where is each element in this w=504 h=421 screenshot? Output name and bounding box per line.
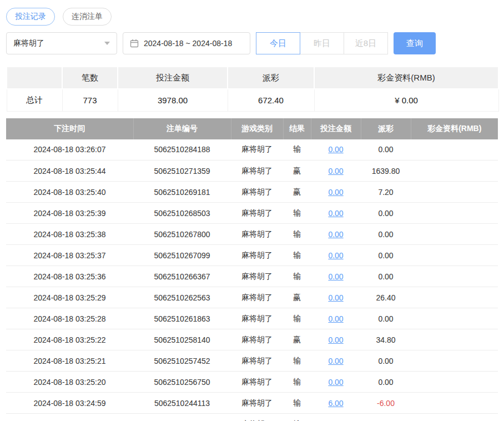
payout-cell: 0.00 <box>361 224 411 245</box>
bet-time-cell: 2024-08-18 03:25:21 <box>6 350 133 372</box>
table-row: 2024-08-18 03:25:40 5062510269181 麻将胡了 赢… <box>6 182 498 203</box>
game-select[interactable]: 麻将胡了 <box>6 32 117 54</box>
payout-cell: -6.00 <box>361 414 411 421</box>
bonus-cell <box>411 224 498 245</box>
header-game-type: 游戏类别 <box>231 118 283 139</box>
header-result: 结果 <box>283 118 311 139</box>
header-bet-amount: 投注金额 <box>311 118 361 139</box>
bet-amount-cell: 0.00 <box>311 287 361 308</box>
order-id-cell: 5062510262563 <box>133 287 231 308</box>
summary-header-payout: 派彩 <box>228 67 314 89</box>
bet-amount-cell: 6.00 <box>311 393 361 414</box>
order-id-cell: 5062510267800 <box>133 224 231 245</box>
top-tabs: 投注记录 连消注单 <box>0 0 504 26</box>
table-row: 2024-08-18 03:25:20 5062510256750 麻将胡了 输… <box>6 372 498 393</box>
order-id-cell: 5062510258140 <box>133 329 231 350</box>
game-type-cell: 麻将胡了 <box>231 329 283 350</box>
order-id-cell: 5062510256750 <box>133 372 231 393</box>
order-id-cell: 5062510268503 <box>133 203 231 224</box>
table-row: 2024-08-18 03:25:29 5062510262563 麻将胡了 赢… <box>6 287 498 308</box>
bet-amount-link[interactable]: 0.00 <box>328 188 343 197</box>
date-range-value: 2024-08-18 ~ 2024-08-18 <box>144 39 232 48</box>
game-type-cell: 麻将胡了 <box>231 372 283 393</box>
bonus-cell <box>411 161 498 182</box>
bet-time-cell: 2024-08-18 03:26:07 <box>6 139 133 161</box>
table-row: 2024-08-18 03:25:38 5062510267800 麻将胡了 输… <box>6 224 498 245</box>
header-bonus: 彩金资料(RMB) <box>411 118 498 139</box>
yesterday-button[interactable]: 昨日 <box>300 32 344 54</box>
bet-amount-link[interactable]: 0.00 <box>328 357 343 365</box>
calendar-icon <box>130 39 139 48</box>
bet-amount-link[interactable]: 0.00 <box>328 209 343 218</box>
payout-cell: 0.00 <box>361 350 411 372</box>
table-row: 2024-08-18 03:25:44 5062510271359 麻将胡了 赢… <box>6 161 498 182</box>
summary-total-label: 总计 <box>7 89 62 111</box>
search-button[interactable]: 查询 <box>394 32 436 54</box>
bonus-cell <box>411 350 498 372</box>
result-cell: 输 <box>283 203 311 224</box>
payout-cell: 1639.80 <box>361 161 411 182</box>
bet-amount-cell: 0.00 <box>311 161 361 182</box>
result-cell: 赢 <box>283 329 311 350</box>
game-type-cell: 麻将胡了 <box>231 203 283 224</box>
bet-amount-link[interactable]: 0.00 <box>328 378 343 387</box>
bonus-cell <box>411 308 498 329</box>
bet-amount-link[interactable]: 6.00 <box>328 399 343 408</box>
bet-time-cell: 2024-08-18 03:25:44 <box>6 161 133 182</box>
game-type-cell: 麻将胡了 <box>231 266 283 287</box>
last-8-days-button[interactable]: 近8日 <box>344 32 388 54</box>
table-row: 2024-08-18 03:25:22 5062510258140 麻将胡了 赢… <box>6 329 498 350</box>
tab-cancelled-orders[interactable]: 连消注单 <box>63 8 112 26</box>
result-cell: 输 <box>283 350 311 372</box>
bet-time-cell: 2024-08-18 03:25:36 <box>6 266 133 287</box>
bet-amount-cell: 0.00 <box>311 266 361 287</box>
order-id-cell: 5062510243094 <box>133 414 231 421</box>
bet-time-cell: 2024-08-18 03:25:20 <box>6 372 133 393</box>
order-id-cell: 5062510261863 <box>133 308 231 329</box>
game-type-cell: 麻将胡了 <box>231 350 283 372</box>
result-cell: 输 <box>283 139 311 161</box>
bet-time-cell: 2024-08-18 03:25:38 <box>6 224 133 245</box>
date-range-picker[interactable]: 2024-08-18 ~ 2024-08-18 <box>123 32 250 54</box>
summary-total-bet-amount: 3978.00 <box>118 89 228 111</box>
game-type-cell: 麻将胡了 <box>231 287 283 308</box>
summary-header-bonus: 彩金资料(RMB) <box>314 67 498 89</box>
bet-amount-link[interactable]: 0.00 <box>328 167 343 176</box>
bet-amount-cell: 0.00 <box>311 203 361 224</box>
bonus-cell <box>411 287 498 308</box>
bonus-cell <box>411 414 498 421</box>
bonus-cell <box>411 203 498 224</box>
tab-bet-records[interactable]: 投注记录 <box>6 8 55 26</box>
bet-amount-cell: 0.00 <box>311 182 361 203</box>
quick-date-buttons: 今日 昨日 近8日 <box>256 32 388 54</box>
payout-cell: 34.80 <box>361 329 411 350</box>
summary-total-row: 总计 773 3978.00 672.40 ¥ 0.00 <box>7 89 498 111</box>
bonus-cell <box>411 266 498 287</box>
payout-cell: 7.20 <box>361 182 411 203</box>
bonus-cell <box>411 329 498 350</box>
bet-amount-cell: 0.00 <box>311 372 361 393</box>
bet-amount-link[interactable]: 0.00 <box>328 335 343 344</box>
table-row: 2024-08-18 03:25:28 5062510261863 麻将胡了 输… <box>6 308 498 329</box>
table-row: 2024-08-18 03:25:39 5062510268503 麻将胡了 输… <box>6 203 498 224</box>
header-payout: 派彩 <box>361 118 411 139</box>
filter-bar: 麻将胡了 2024-08-18 ~ 2024-08-18 今日 昨日 近8日 查… <box>6 32 498 54</box>
order-id-cell: 5062510284188 <box>133 139 231 161</box>
bet-time-cell: 2024-08-18 03:25:29 <box>6 287 133 308</box>
bet-amount-link[interactable]: 0.00 <box>328 314 343 323</box>
table-row: 2024-08-18 03:25:37 5062510267099 麻将胡了 输… <box>6 245 498 266</box>
bet-amount-link[interactable]: 0.00 <box>328 230 343 239</box>
bet-amount-cell: 0.00 <box>311 245 361 266</box>
bet-amount-link[interactable]: 0.00 <box>328 145 343 154</box>
result-cell: 赢 <box>283 161 311 182</box>
today-button[interactable]: 今日 <box>256 32 300 54</box>
payout-cell: 0.00 <box>361 139 411 161</box>
bet-amount-link[interactable]: 0.00 <box>328 293 343 302</box>
bet-amount-link[interactable]: 0.00 <box>328 251 343 260</box>
bet-time-cell: 2024-08-18 03:25:22 <box>6 329 133 350</box>
table-row: 2024-08-18 03:25:36 5062510266367 麻将胡了 输… <box>6 266 498 287</box>
result-cell: 输 <box>283 372 311 393</box>
bet-amount-cell: 0.00 <box>311 139 361 161</box>
bet-amount-link[interactable]: 0.00 <box>328 272 343 281</box>
game-select-value: 麻将胡了 <box>13 38 44 48</box>
